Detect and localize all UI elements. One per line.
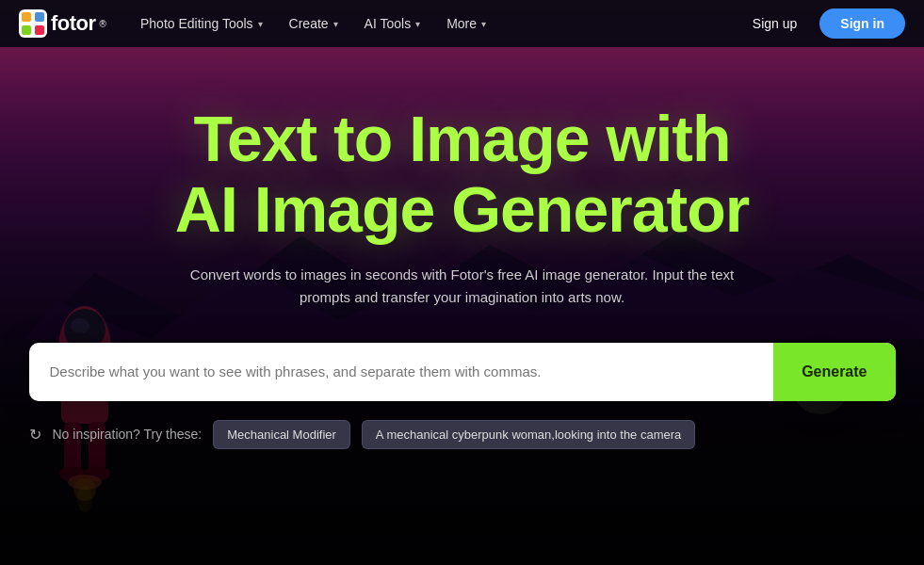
- svg-rect-19: [35, 25, 44, 35]
- refresh-icon[interactable]: ↻: [29, 426, 41, 444]
- nav-item-more[interactable]: More ▾: [435, 8, 497, 39]
- svg-rect-17: [35, 12, 44, 22]
- logo-text: fotor: [51, 11, 96, 36]
- chevron-icon: ▾: [333, 19, 338, 29]
- hero-subtitle: Convert words to images in seconds with …: [189, 264, 736, 309]
- suggestion-chip-1[interactable]: A mechanical cyberpunk woman,looking int…: [362, 420, 695, 449]
- hero-content: Text to Image with AI Image Generator Co…: [0, 47, 924, 565]
- logo-sup: ®: [100, 19, 106, 29]
- chevron-icon: ▾: [481, 19, 486, 29]
- generate-button[interactable]: Generate: [773, 343, 895, 401]
- svg-rect-18: [22, 25, 31, 35]
- hero-title: Text to Image with AI Image Generator: [175, 104, 749, 245]
- nav-actions: Sign up Sign in: [741, 8, 905, 39]
- svg-rect-16: [22, 12, 31, 22]
- search-input[interactable]: [29, 343, 774, 401]
- inspiration-label: No inspiration? Try these:: [53, 427, 203, 442]
- inspiration-row: ↻ No inspiration? Try these: Mechanical …: [29, 420, 896, 449]
- chevron-icon: ▾: [258, 19, 263, 29]
- search-bar: Generate: [29, 343, 896, 401]
- suggestion-chip-0[interactable]: Mechanical Modifier: [213, 420, 350, 449]
- sign-up-button[interactable]: Sign up: [741, 10, 808, 37]
- logo[interactable]: fotor®: [19, 9, 106, 38]
- nav-item-photo-editing-tools[interactable]: Photo Editing Tools ▾: [129, 8, 274, 39]
- nav-item-ai-tools[interactable]: AI Tools ▾: [353, 8, 432, 39]
- navbar: fotor® Photo Editing Tools ▾ Create ▾ AI…: [0, 0, 924, 47]
- chevron-icon: ▾: [415, 19, 420, 29]
- nav-item-create[interactable]: Create ▾: [278, 8, 349, 39]
- nav-items: Photo Editing Tools ▾ Create ▾ AI Tools …: [129, 8, 741, 39]
- sign-in-button[interactable]: Sign in: [819, 8, 905, 39]
